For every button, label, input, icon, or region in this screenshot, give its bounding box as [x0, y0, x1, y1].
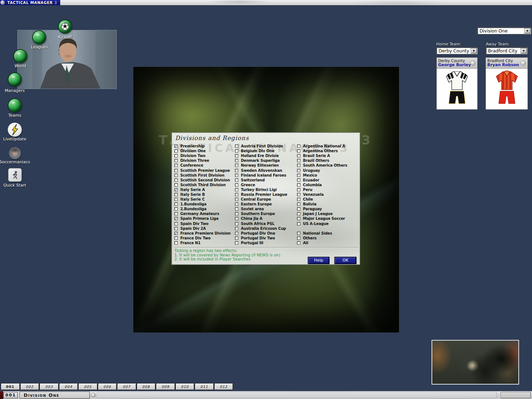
division-row: Spain Div 2A	[174, 226, 234, 231]
checkbox-chile[interactable]	[297, 198, 300, 201]
tab-002[interactable]: 002	[20, 383, 40, 390]
checkbox-central-europe[interactable]	[235, 198, 238, 201]
help-button[interactable]: Help	[308, 257, 330, 264]
checkbox-belgium-div-one[interactable]	[235, 149, 238, 153]
checkbox-major-league-soccer[interactable]	[297, 217, 300, 220]
checkbox-peru[interactable]	[297, 188, 300, 191]
checkbox-bolivia[interactable]	[297, 202, 300, 206]
tab-004[interactable]: 004	[59, 383, 78, 390]
liveupdate-button[interactable]	[8, 123, 22, 137]
checkbox-germany-amateurs[interactable]	[174, 212, 178, 215]
checkbox-scottish-premier-league[interactable]	[174, 169, 178, 172]
away-team-select[interactable]: Bradford City ▼	[486, 47, 528, 54]
sphere-button[interactable]	[521, 61, 526, 66]
checkbox-division-one[interactable]	[174, 149, 178, 153]
checkbox-south-africa-psl[interactable]	[235, 222, 238, 225]
checkbox-russia-premier-league[interactable]	[235, 193, 238, 196]
tab-012[interactable]: 012	[214, 383, 233, 390]
teams-button[interactable]	[8, 98, 22, 112]
checkbox-division-two[interactable]	[174, 154, 178, 157]
checkbox-japan-j-league[interactable]	[297, 212, 300, 215]
division-select[interactable]: Division One ▼	[477, 27, 531, 34]
tab-006[interactable]: 006	[98, 383, 117, 390]
checkbox-spain-div-two[interactable]	[174, 222, 178, 225]
checkbox-all[interactable]	[297, 241, 300, 245]
checkbox-france-n1[interactable]	[174, 241, 178, 245]
checkbox-conference[interactable]	[174, 164, 178, 167]
checkbox-argentina-others[interactable]	[297, 149, 300, 153]
checkbox-portugal-iii[interactable]	[235, 241, 238, 245]
checkbox-columbia[interactable]	[297, 183, 300, 187]
checkbox-sweden-allsvenskan[interactable]	[235, 169, 238, 172]
checkbox-paraguay[interactable]	[297, 207, 300, 211]
checkbox-switzerland[interactable]	[235, 178, 238, 182]
chevron-down-icon[interactable]: ▼	[521, 48, 527, 54]
chevron-down-icon[interactable]: ▼	[471, 48, 477, 54]
checkbox-mexico[interactable]	[297, 174, 300, 177]
checkbox-italy-serie-a[interactable]: ✓	[174, 188, 178, 191]
checkbox-division-three[interactable]	[174, 159, 178, 162]
tab-007[interactable]: 007	[117, 383, 136, 390]
checkbox-venezuela[interactable]	[297, 193, 300, 196]
checkbox-ecuador[interactable]	[297, 178, 300, 182]
checkbox-austria-first-division[interactable]	[235, 144, 238, 148]
checkbox-spain-primera-liga[interactable]: ✓	[174, 217, 178, 220]
checkbox-china-jia-a[interactable]	[235, 217, 238, 220]
checkbox-scottish-first-division[interactable]	[174, 174, 178, 177]
checkbox-scottish-third-division[interactable]	[174, 183, 178, 187]
ok-button[interactable]: OK	[334, 257, 357, 264]
checkbox-southern-europe[interactable]	[235, 212, 238, 215]
checkbox-brasil-serie-a[interactable]	[297, 154, 300, 157]
checkbox-spain-div-2a[interactable]	[174, 227, 178, 230]
chevron-down-icon[interactable]: ▼	[524, 28, 531, 34]
home-team-select[interactable]: Derby County ▼	[436, 47, 478, 54]
checkbox-australia-ericsson-cup[interactable]	[235, 227, 238, 230]
tab-005[interactable]: 005	[78, 383, 98, 390]
checkbox-france-div-two[interactable]	[174, 236, 178, 240]
quickstart-button[interactable]	[8, 168, 22, 182]
checkbox-france-premiere-division[interactable]: ✓	[174, 232, 178, 235]
checkbox-italy-serie-b[interactable]	[174, 193, 178, 196]
checkbox-holland-ere-divisie[interactable]	[235, 154, 238, 157]
division-row: Australia Ericsson Cup	[235, 226, 296, 231]
checkbox-italy-serie-c[interactable]	[174, 198, 178, 201]
checkbox-greece[interactable]	[235, 183, 238, 187]
checkbox-soviet-area[interactable]	[235, 207, 238, 211]
managers-button[interactable]	[8, 72, 22, 86]
division-row: Columbia	[297, 183, 358, 187]
tab-011[interactable]: 011	[195, 383, 214, 390]
kickoff-button[interactable]	[58, 20, 72, 34]
checkbox-others[interactable]	[297, 236, 300, 240]
division-row: France N1	[174, 241, 234, 245]
checkbox-scottish-second-division[interactable]	[174, 178, 178, 182]
checkbox-premiership[interactable]: ✓	[174, 144, 178, 148]
world-button[interactable]	[13, 49, 27, 63]
checkbox-argentina-national-a[interactable]	[297, 144, 300, 148]
checkbox-1-bundesliga[interactable]	[174, 202, 178, 206]
checkbox-denmark-superliga[interactable]	[235, 159, 238, 162]
sphere-button[interactable]	[91, 393, 96, 398]
checkbox-portugal-div-one[interactable]	[235, 232, 238, 235]
checkbox-uruguay[interactable]	[297, 169, 300, 172]
checkbox-south-america-others[interactable]	[297, 164, 300, 167]
checkbox-2-bundesliga[interactable]	[174, 207, 178, 211]
checkbox-national-sides[interactable]	[297, 232, 300, 235]
leagues-button[interactable]	[32, 30, 46, 44]
checkbox-portugal-div-two[interactable]	[235, 236, 238, 240]
tab-001[interactable]: 001	[1, 383, 20, 390]
checkbox-eastern-europe[interactable]	[235, 202, 238, 206]
checkbox-finland-iceland-faroes[interactable]	[235, 174, 238, 177]
tab-008[interactable]: 008	[137, 383, 156, 390]
checkbox-us-a-league[interactable]	[297, 222, 300, 225]
division-row: Argentina National A	[297, 144, 358, 149]
tab-010[interactable]: 010	[175, 383, 195, 390]
checkbox-norway-eliteserien[interactable]	[235, 164, 238, 167]
checkbox-turkey-birinci-ligi[interactable]	[235, 188, 238, 191]
division-row: Paraguay	[297, 207, 358, 211]
sphere-button[interactable]	[470, 61, 475, 66]
tab-009[interactable]: 009	[156, 383, 175, 390]
statusbar-corner-strip	[0, 391, 3, 399]
checkbox-brazil-others[interactable]	[297, 159, 300, 162]
tab-003[interactable]: 003	[40, 383, 59, 390]
soccermaniacs-button[interactable]	[9, 147, 21, 159]
